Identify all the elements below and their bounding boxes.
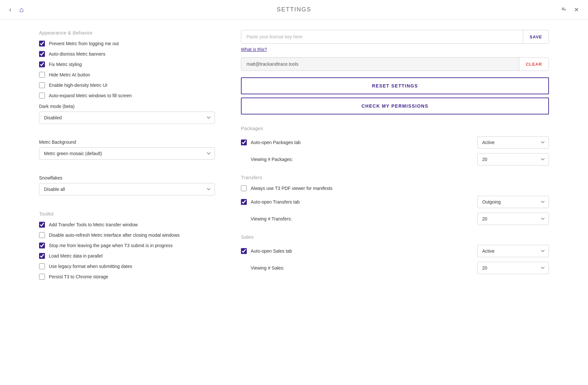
metrc-background-select[interactable]: Metrc green mosaic (default) None Custom xyxy=(39,147,215,160)
transfers-section: Transfers Always use T3 PDF viewer for m… xyxy=(241,175,549,225)
packages-section: Packages Auto-open Packages tab Active I… xyxy=(241,126,549,166)
toolkit-checkbox-tk2[interactable] xyxy=(39,232,45,238)
appearance-checkboxes: Prevent Metrc from logging me outAuto-di… xyxy=(39,41,215,99)
viewing-transfers-select[interactable]: 20 50 100 xyxy=(477,213,549,225)
checkbox-cb3[interactable] xyxy=(39,61,45,67)
license-input[interactable] xyxy=(241,30,523,43)
toolkit-label-tk2: Disable auto-refresh Metrc interface aft… xyxy=(49,232,180,238)
checkbox-label-cb5: Enable high-density Metrc UI xyxy=(49,83,107,88)
auto-open-transfers-row: Auto-open Transfers tab Outgoing Incomin… xyxy=(241,196,549,208)
viewing-packages-label: Viewing # Packages: xyxy=(241,157,472,162)
license-input-row: SAVE xyxy=(241,30,549,44)
toolkit-label-tk4: Load Metrc data in parallel xyxy=(49,253,103,259)
checkbox-item: Auto-expand Metrc windows to fill screen xyxy=(39,93,215,99)
left-column: Appearance & Behavior Prevent Metrc from… xyxy=(39,30,215,284)
check-permissions-button[interactable]: CHECK MY PERMISSIONS xyxy=(241,98,549,114)
dark-mode-select[interactable]: Disabled Enabled xyxy=(39,112,215,124)
checkbox-item: Prevent Metrc from logging me out xyxy=(39,41,215,46)
viewing-packages-select[interactable]: 20 50 100 xyxy=(477,153,549,166)
checkbox-item: Hide Metrc AI button xyxy=(39,72,215,78)
auto-open-transfers-checkbox[interactable] xyxy=(241,199,247,205)
checkbox-label-cb4: Hide Metrc AI button xyxy=(49,72,90,77)
packages-heading: Packages xyxy=(241,126,549,131)
checkbox-label-cb6: Auto-expand Metrc windows to fill screen xyxy=(49,93,132,98)
viewing-sales-row: Viewing # Sales: 20 50 100 xyxy=(241,262,549,274)
auto-open-packages-row: Auto-open Packages tab Active Inactive A… xyxy=(241,136,549,149)
header-right: ⥱ ✕ xyxy=(560,5,580,15)
toolkit-checkbox-tk3[interactable] xyxy=(39,243,45,248)
t3-pdf-checkbox[interactable] xyxy=(241,185,247,191)
expand-button[interactable]: ⥱ xyxy=(560,5,567,15)
home-icon: ⌂ xyxy=(19,6,23,14)
toolkit-label-tk6: Persist T3 to Chrome storage xyxy=(49,274,108,279)
toolkit-checkboxes: Add Transfer Tools to Metrc transfer win… xyxy=(39,222,215,280)
t3-pdf-checkbox-item: Always use T3 PDF viewer for manifests xyxy=(241,185,549,191)
email-clear-row: matt@trackandtrace.tools CLEAR xyxy=(241,57,549,71)
sales-tab-select[interactable]: Active Inactive All xyxy=(477,245,549,257)
auto-open-packages-label: Auto-open Packages tab xyxy=(251,140,301,145)
viewing-sales-label: Viewing # Sales: xyxy=(241,265,472,271)
close-icon: ✕ xyxy=(574,6,579,13)
header-left: ‹ ⌂ xyxy=(8,4,25,15)
toolkit-checkbox-item: Use legacy format when submitting dates xyxy=(39,263,215,269)
auto-open-sales-checkbox-item: Auto-open Sales tab xyxy=(241,248,472,254)
email-display: matt@trackandtrace.tools xyxy=(241,58,519,71)
save-button[interactable]: SAVE xyxy=(523,30,549,43)
what-is-this-link[interactable]: What is this? xyxy=(241,47,267,52)
home-button[interactable]: ⌂ xyxy=(18,4,25,15)
checkbox-label-cb2: Auto-dismiss Metrc banners xyxy=(49,51,105,57)
auto-open-sales-checkbox[interactable] xyxy=(241,248,247,254)
clear-button[interactable]: CLEAR xyxy=(519,58,549,71)
toolkit-checkbox-item: Add Transfer Tools to Metrc transfer win… xyxy=(39,222,215,228)
auto-open-sales-label: Auto-open Sales tab xyxy=(251,248,292,254)
t3-pdf-label: Always use T3 PDF viewer for manifests xyxy=(251,186,332,191)
viewing-sales-select[interactable]: 20 50 100 xyxy=(477,262,549,274)
back-icon: ‹ xyxy=(9,6,11,14)
toolkit-checkbox-item: Stop me from leaving the page when T3 su… xyxy=(39,243,215,248)
back-button[interactable]: ‹ xyxy=(8,4,13,15)
toolkit-checkbox-item: Load Metrc data in parallel xyxy=(39,253,215,259)
checkbox-cb2[interactable] xyxy=(39,51,45,57)
expand-icon: ⥱ xyxy=(561,6,566,13)
checkbox-item: Fix Metrc styling xyxy=(39,61,215,67)
checkbox-label-cb1: Prevent Metrc from logging me out xyxy=(49,41,119,46)
toolkit-checkbox-item: Persist T3 to Chrome storage xyxy=(39,274,215,280)
checkbox-item: Auto-dismiss Metrc banners xyxy=(39,51,215,57)
right-column: SAVE What is this? matt@trackandtrace.to… xyxy=(241,30,549,284)
dark-mode-label: Dark mode (beta) xyxy=(39,104,215,109)
reset-settings-button[interactable]: RESET SETTINGS xyxy=(241,77,549,94)
toolkit-label-tk5: Use legacy format when submitting dates xyxy=(49,264,132,269)
auto-open-packages-checkbox[interactable] xyxy=(241,139,247,145)
checkbox-cb1[interactable] xyxy=(39,41,45,46)
checkbox-item: Enable high-density Metrc UI xyxy=(39,82,215,88)
sales-heading: Sales xyxy=(241,234,549,240)
snowflakes-label: Snowflakes xyxy=(39,175,215,180)
transfers-tab-select[interactable]: Outgoing Incoming All xyxy=(477,196,549,208)
auto-open-transfers-label: Auto-open Transfers tab xyxy=(251,199,300,205)
toolkit-checkbox-tk4[interactable] xyxy=(39,253,45,259)
checkbox-cb5[interactable] xyxy=(39,82,45,88)
header: ‹ ⌂ SETTINGS ⥱ ✕ xyxy=(0,0,588,20)
toolkit-checkbox-tk1[interactable] xyxy=(39,222,45,228)
toolkit-label-tk3: Stop me from leaving the page when T3 su… xyxy=(49,243,173,248)
toolkit-checkbox-item: Disable auto-refresh Metrc interface aft… xyxy=(39,232,215,238)
snowflakes-select[interactable]: Disable all Enable xyxy=(39,183,215,195)
toolkit-checkbox-tk6[interactable] xyxy=(39,274,45,280)
auto-open-transfers-checkbox-item: Auto-open Transfers tab xyxy=(241,199,472,205)
packages-tab-select[interactable]: Active Inactive All xyxy=(477,136,549,149)
appearance-heading: Appearance & Behavior xyxy=(39,30,215,35)
auto-open-packages-checkbox-item: Auto-open Packages tab xyxy=(241,139,472,145)
checkbox-label-cb3: Fix Metrc styling xyxy=(49,62,82,67)
auto-open-sales-row: Auto-open Sales tab Active Inactive All xyxy=(241,245,549,257)
main-content: Appearance & Behavior Prevent Metrc from… xyxy=(0,20,588,295)
sales-section: Sales Auto-open Sales tab Active Inactiv… xyxy=(241,234,549,274)
checkbox-cb6[interactable] xyxy=(39,93,45,99)
viewing-transfers-row: Viewing # Transfers: 20 50 100 xyxy=(241,213,549,225)
checkbox-cb4[interactable] xyxy=(39,72,45,78)
page-title: SETTINGS xyxy=(277,6,311,13)
transfers-heading: Transfers xyxy=(241,175,549,180)
toolkit-heading: Toolkit xyxy=(39,211,215,217)
toolkit-checkbox-tk5[interactable] xyxy=(39,263,45,269)
toolkit-label-tk1: Add Transfer Tools to Metrc transfer win… xyxy=(49,222,138,227)
close-button[interactable]: ✕ xyxy=(573,5,580,15)
